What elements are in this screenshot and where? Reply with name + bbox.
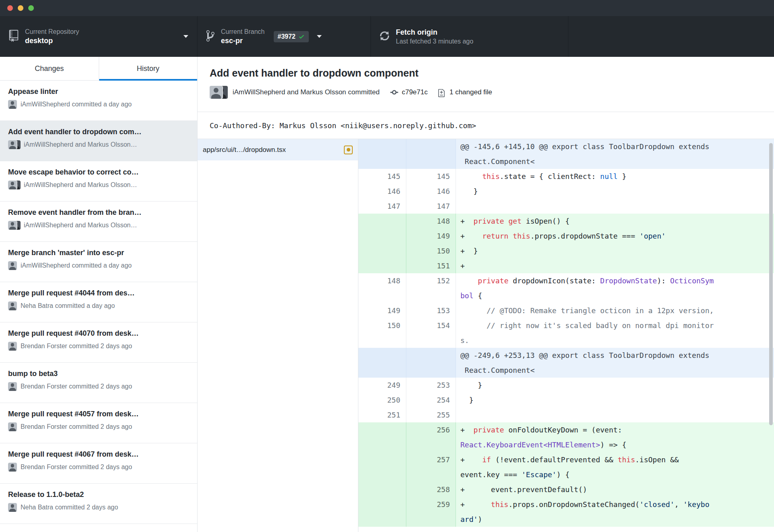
- commit-list-item[interactable]: Merge pull request #4057 from desk…Brend…: [0, 403, 197, 443]
- current-repository-label: Current Repository: [25, 27, 79, 36]
- diff-code: [456, 199, 774, 214]
- commit-item-title: Merge pull request #4067 from desk…: [8, 449, 189, 459]
- commit-item-title: Merge pull request #4057 from desk…: [8, 409, 189, 419]
- diff-code: + if (!event.defaultPrevented && this.is…: [456, 452, 774, 482]
- new-line-number: [406, 348, 456, 378]
- check-icon: [298, 33, 305, 40]
- commit-item-byline: Brendan Forster committed 2 days ago: [8, 463, 189, 472]
- sidebar: Changes History Appease linteriAmWillShe…: [0, 57, 198, 532]
- commit-list-item[interactable]: bump to beta3Brendan Forster committed 2…: [0, 363, 197, 403]
- commit-item-title: Merge pull request #4070 from desk…: [8, 328, 189, 338]
- old-line-number: 149: [358, 303, 406, 318]
- commit-item-byline: Neha Batra committed a day ago: [8, 301, 189, 310]
- diff-code: this.state = { clientRect: null }: [456, 169, 774, 184]
- diff-line: 148+ private get isOpen() {: [358, 214, 774, 229]
- commit-list-item[interactable]: Merge pull request #4067 from desk…Brend…: [0, 443, 197, 484]
- avatar: [8, 181, 20, 189]
- commit-list-item[interactable]: Add event handler to dropdown com…iAmWil…: [0, 121, 197, 161]
- diff-line: 259+ this.props.onDropdownStateChanged('…: [358, 497, 774, 527]
- avatar: [8, 301, 17, 310]
- current-repository-dropdown[interactable]: Current Repository desktop: [0, 16, 198, 57]
- tab-history[interactable]: History: [99, 57, 198, 81]
- commit-item-title: Appease linter: [8, 87, 189, 96]
- commit-list-item[interactable]: Appease linteriAmWillShepherd committed …: [0, 81, 197, 121]
- old-line-number: 249: [358, 378, 406, 393]
- old-line-number: [358, 452, 406, 482]
- avatar: [8, 100, 17, 109]
- old-line-number: 147: [358, 199, 406, 214]
- new-line-number: 148: [406, 214, 456, 229]
- commit-item-title: Release to 1.1.0-beta2: [8, 490, 189, 499]
- old-line-number: 250: [358, 393, 406, 407]
- commit-item-byline: Brendan Forster committed 2 days ago: [8, 422, 189, 431]
- commit-item-title: Merge pull request #4044 from des…: [8, 288, 189, 298]
- main-panel: Add event handler to dropdown component …: [198, 57, 774, 532]
- diff-code: }: [456, 393, 774, 407]
- commit-list-item[interactable]: Release to 1.1.0-beta2Neha Batra committ…: [0, 484, 197, 524]
- tab-changes[interactable]: Changes: [0, 57, 99, 81]
- fetch-origin-button[interactable]: Fetch origin Last fetched 3 minutes ago: [371, 16, 568, 57]
- new-line-number: 149: [406, 229, 456, 243]
- commit-list-item[interactable]: Merge branch 'master' into esc-priAmWill…: [0, 242, 197, 282]
- diff-code: }: [456, 184, 774, 199]
- old-line-number: [358, 243, 406, 258]
- avatar: [8, 503, 17, 512]
- old-line-number: [358, 229, 406, 243]
- commit-list-item[interactable]: Merge pull request #4044 from des…Neha B…: [0, 282, 197, 322]
- new-line-number: 254: [406, 393, 456, 407]
- commit-list-item[interactable]: Remove event handler from the bran…iAmWi…: [0, 202, 197, 242]
- old-line-number: [358, 482, 406, 497]
- current-repository-value: desktop: [25, 36, 79, 46]
- new-line-number: 150: [406, 243, 456, 258]
- window-titlebar: [0, 0, 774, 16]
- commit-item-title: bump to beta3: [8, 369, 189, 378]
- commit-sha: c79e71c: [402, 88, 428, 96]
- new-line-number: 255: [406, 407, 456, 422]
- file-list-item[interactable]: app/src/ui/t…/dropdown.tsx: [198, 139, 358, 160]
- minimize-window-button[interactable]: [18, 5, 23, 11]
- avatar: [8, 221, 20, 230]
- avatar: [8, 382, 17, 391]
- diff-code: + event.preventDefault(): [456, 482, 774, 497]
- new-line-number: [406, 139, 456, 169]
- old-line-number: [358, 348, 406, 378]
- diff-line: 149+ return this.props.dropdownState ===…: [358, 229, 774, 243]
- new-line-number: 152: [406, 273, 456, 303]
- close-window-button[interactable]: [7, 5, 13, 11]
- avatar: [8, 463, 17, 472]
- new-line-number: 153: [406, 303, 456, 318]
- avatar: [8, 342, 17, 351]
- diff-line: 249253 }: [358, 378, 774, 393]
- fetch-origin-label: Fetch origin: [396, 27, 473, 37]
- diff-code: }: [456, 378, 774, 393]
- old-line-number: [358, 139, 406, 169]
- diff-code: + private get isOpen() {: [456, 214, 774, 229]
- git-commit-icon: [390, 88, 398, 97]
- fetch-origin-sublabel: Last fetched 3 minutes ago: [396, 37, 473, 46]
- changed-file-icon: [438, 88, 446, 97]
- commit-list-item[interactable]: Merge pull request #4052 from d…: [0, 524, 197, 532]
- commit-item-byline: iAmWillShepherd and Markus Olsson…: [8, 140, 189, 149]
- current-branch-dropdown[interactable]: Current Branch esc-pr #3972: [198, 16, 371, 57]
- zoom-window-button[interactable]: [28, 5, 34, 11]
- commit-description: Co-Authored-By: Markus Olsson <niik@user…: [198, 112, 774, 139]
- diff-code: + this.props.onDropdownStateChanged('clo…: [456, 497, 774, 527]
- old-line-number: 251: [358, 407, 406, 422]
- commit-item-title: Merge pull request #4052 from d…: [8, 530, 189, 532]
- commit-author-avatars: [210, 86, 227, 99]
- diff-code: // right now it's scaled badly on normal…: [456, 318, 774, 348]
- pr-status-badge[interactable]: #3972: [274, 31, 309, 42]
- diff-code: + return this.props.dropdownState === 'o…: [456, 229, 774, 243]
- diff-code: // @TODO: Remake triangle octicon in a 1…: [456, 303, 774, 318]
- new-line-number: 257: [406, 452, 456, 482]
- diff-code: +: [456, 258, 774, 273]
- commit-list-item[interactable]: Move escape behavior to correct co…iAmWi…: [0, 161, 197, 202]
- diff-scrollbar[interactable]: [769, 143, 773, 425]
- diff-line: 146146 }: [358, 184, 774, 199]
- commit-byline: iAmWillShepherd and Markus Olsson commit…: [233, 88, 380, 96]
- commit-item-title: Add event handler to dropdown com…: [8, 127, 189, 137]
- commit-list-item[interactable]: Merge pull request #4070 from desk…Brend…: [0, 322, 197, 363]
- commit-item-title: Move escape behavior to correct co…: [8, 167, 189, 177]
- old-line-number: [358, 258, 406, 273]
- old-line-number: [358, 497, 406, 527]
